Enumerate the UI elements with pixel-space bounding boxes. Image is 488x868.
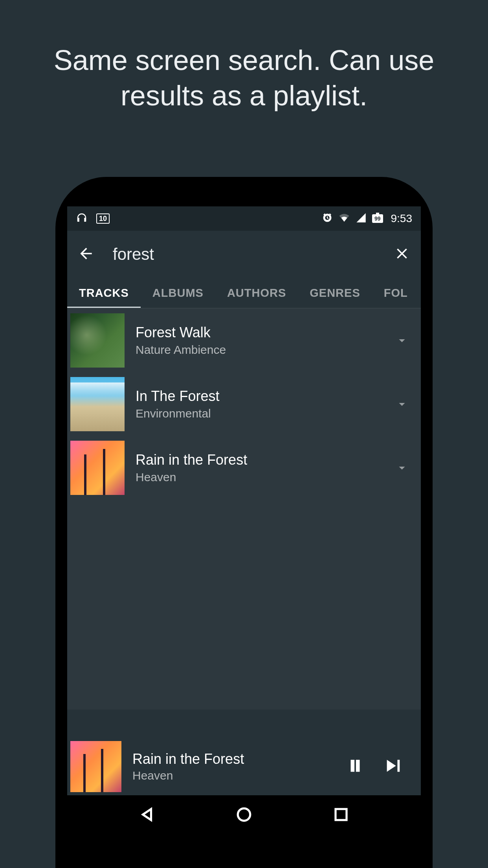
nav-recent-icon[interactable] bbox=[333, 806, 349, 824]
screen: 10 99 9:53 bbox=[67, 206, 421, 835]
headphones-icon bbox=[76, 212, 88, 225]
chevron-down-icon[interactable] bbox=[394, 397, 418, 411]
track-row[interactable]: In The ForestEnvironmental bbox=[67, 372, 421, 436]
alarm-icon bbox=[322, 212, 333, 225]
track-title: In The Forest bbox=[136, 388, 383, 405]
tabs: TRACKSALBUMSAUTHORSGENRESFOL bbox=[67, 278, 421, 309]
track-title: Rain in the Forest bbox=[136, 452, 383, 468]
wifi-icon bbox=[338, 212, 350, 225]
player-track-artist: Heaven bbox=[132, 769, 335, 782]
svg-point-1 bbox=[238, 808, 250, 821]
signal-icon bbox=[356, 212, 367, 225]
tab-authors[interactable]: AUTHORS bbox=[215, 278, 298, 308]
search-bar bbox=[67, 231, 421, 278]
tab-tracks[interactable]: TRACKS bbox=[67, 278, 141, 308]
pause-button[interactable] bbox=[346, 757, 364, 776]
track-artist: Environmental bbox=[136, 407, 383, 420]
track-list[interactable]: Forest WalkNature AmbienceIn The ForestE… bbox=[67, 309, 421, 710]
track-artist: Heaven bbox=[136, 471, 383, 484]
tab-albums[interactable]: ALBUMS bbox=[141, 278, 215, 308]
nav-home-icon[interactable] bbox=[236, 806, 252, 824]
battery-icon: 99 bbox=[372, 214, 383, 223]
calendar-icon: 10 bbox=[96, 213, 110, 224]
status-bar: 10 99 9:53 bbox=[67, 206, 421, 231]
chevron-down-icon[interactable] bbox=[394, 461, 418, 475]
track-cover bbox=[70, 313, 125, 368]
now-playing-bar[interactable]: Rain in the Forest Heaven bbox=[67, 738, 421, 795]
track-row[interactable]: Rain in the ForestHeaven bbox=[67, 436, 421, 500]
tab-fol[interactable]: FOL bbox=[372, 278, 420, 308]
device-frame: 10 99 9:53 bbox=[55, 177, 433, 868]
track-title: Forest Walk bbox=[136, 324, 383, 341]
promo-headline: Same screen search. Can use results as a… bbox=[0, 42, 488, 113]
chevron-down-icon[interactable] bbox=[394, 333, 418, 348]
player-cover bbox=[70, 741, 121, 792]
next-button[interactable] bbox=[384, 757, 402, 776]
back-button[interactable] bbox=[77, 245, 95, 264]
clear-button[interactable] bbox=[393, 245, 411, 264]
track-artist: Nature Ambience bbox=[136, 343, 383, 357]
track-cover bbox=[70, 441, 125, 495]
player-track-title: Rain in the Forest bbox=[132, 751, 335, 767]
svg-rect-2 bbox=[336, 809, 347, 820]
status-time: 9:53 bbox=[391, 212, 413, 225]
android-navbar bbox=[67, 795, 421, 835]
track-row[interactable]: Forest WalkNature Ambience bbox=[67, 309, 421, 372]
search-input[interactable] bbox=[113, 245, 375, 264]
tab-genres[interactable]: GENRES bbox=[298, 278, 372, 308]
nav-back-icon[interactable] bbox=[139, 806, 155, 824]
track-cover bbox=[70, 377, 125, 431]
